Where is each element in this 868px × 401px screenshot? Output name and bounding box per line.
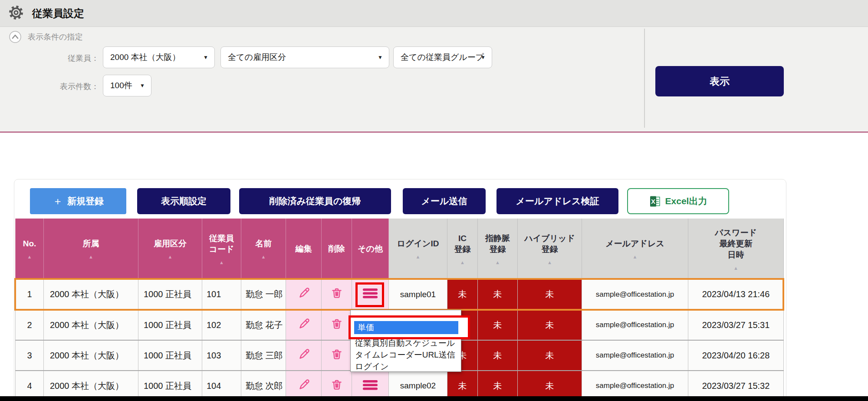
employee-group-select[interactable]: 全ての従業員グループ ▼ <box>393 46 492 68</box>
gear-icon <box>9 5 23 22</box>
chevron-down-icon: ▼ <box>203 54 208 60</box>
column-header[interactable]: ハイブリッド 登録▲ <box>518 219 582 279</box>
hamburger-menu-icon[interactable] <box>362 286 378 302</box>
screenshot-bottom-edge <box>0 396 868 401</box>
employment-type-select[interactable]: 全ての雇用区分 ▼ <box>220 46 389 68</box>
cell-hybrid: 未 <box>518 310 582 340</box>
chevron-down-icon: ▼ <box>140 83 145 89</box>
cell-dept: 2000 本社（大阪） <box>44 310 138 340</box>
column-header[interactable]: 指静脈 登録▲ <box>478 219 518 279</box>
delete-cell <box>322 279 352 310</box>
edit-cell <box>286 340 322 371</box>
menu-item-unit-price[interactable]: 単価 <box>354 321 458 334</box>
show-button[interactable]: 表示 <box>655 66 784 96</box>
excel-export-button[interactable]: X Excel出力 <box>627 188 729 214</box>
column-header[interactable]: ログインID▲ <box>389 219 447 279</box>
selected-item-annotation-box: 単価 <box>349 315 470 339</box>
sort-arrow-icon: ▲ <box>241 255 286 259</box>
cell-email: sample@officestation.jp <box>582 279 688 310</box>
edit-pencil-icon[interactable] <box>297 286 311 302</box>
cell-ic: 未 <box>447 279 478 310</box>
display-count-label: 表示件数： <box>24 81 99 92</box>
svg-text:X: X <box>651 198 655 205</box>
edit-pencil-icon[interactable] <box>297 348 311 364</box>
cell-no: 1 <box>16 279 44 310</box>
column-header[interactable]: No.▲ <box>16 219 44 279</box>
column-header[interactable]: IC 登録▲ <box>447 219 478 279</box>
trash-icon[interactable] <box>330 348 344 364</box>
menu-item-timerecorder-url[interactable]: タイムレコーダーURL送信 <box>351 349 461 361</box>
cell-name: 勤怠 一郎 <box>241 279 286 310</box>
column-header: 編集 <box>286 219 322 279</box>
filter-divider <box>644 29 645 128</box>
other-menu-cell <box>352 279 389 310</box>
cell-code: 102 <box>202 310 241 340</box>
collapse-chevron-icon[interactable] <box>9 30 22 45</box>
trash-icon[interactable] <box>330 286 344 302</box>
restore-deleted-button[interactable]: 削除済み従業員の復帰 <box>239 188 391 214</box>
filter-section-title: 表示条件の指定 <box>28 32 82 42</box>
column-header: 削除 <box>322 219 352 279</box>
employee-filter-label: 従業員： <box>24 53 99 63</box>
chevron-down-icon: ▼ <box>480 54 486 60</box>
cell-password_updated: 2023/03/27 15:31 <box>688 310 784 340</box>
cell-dept: 2000 本社（大阪） <box>44 279 138 310</box>
display-order-button[interactable]: 表示順設定 <box>137 188 230 214</box>
excel-icon: X <box>649 196 661 207</box>
send-mail-button[interactable]: メール送信 <box>403 188 486 214</box>
cell-login: sample01 <box>389 279 447 310</box>
cell-dept: 2000 本社（大阪） <box>44 340 138 371</box>
delete-cell <box>322 310 352 340</box>
cell-employment: 1000 正社員 <box>138 310 202 340</box>
cell-hybrid: 未 <box>518 340 582 371</box>
edit-pencil-icon[interactable] <box>297 378 311 394</box>
cell-email: sample@officestation.jp <box>582 340 688 371</box>
sort-arrow-icon: ▲ <box>582 255 688 259</box>
new-register-button[interactable]: ＋ 新規登録 <box>30 188 126 214</box>
menu-item-login[interactable]: ログイン <box>351 361 461 372</box>
column-header[interactable]: メールアドレス▲ <box>582 219 688 279</box>
cell-employment: 1000 正社員 <box>138 279 202 310</box>
sort-arrow-icon: ▲ <box>518 260 582 265</box>
trash-icon[interactable] <box>330 317 344 333</box>
sort-arrow-icon: ▲ <box>138 255 202 259</box>
edit-cell <box>286 310 322 340</box>
page-header: 従業員設定 <box>0 0 868 27</box>
edit-cell <box>286 279 322 310</box>
cell-email: sample@officestation.jp <box>582 310 688 340</box>
cell-hybrid: 未 <box>518 279 582 310</box>
cell-employment: 1000 正社員 <box>138 340 202 371</box>
column-header[interactable]: パスワード 最終更新 日時▲ <box>688 219 784 279</box>
delete-cell <box>322 340 352 371</box>
display-count-select[interactable]: 100件 ▼ <box>103 75 151 96</box>
verify-email-button[interactable]: メールアドレス検証 <box>496 188 618 214</box>
employee-settings-page: { "header": { "title": "従業員設定" }, "filte… <box>0 0 868 401</box>
cell-code: 101 <box>202 279 241 310</box>
sort-arrow-icon: ▲ <box>478 260 517 265</box>
cell-vein: 未 <box>478 310 518 340</box>
cell-code: 103 <box>202 340 241 371</box>
hamburger-menu-icon[interactable] <box>362 378 378 394</box>
column-header[interactable]: 名前▲ <box>241 219 286 279</box>
trash-icon[interactable] <box>330 378 344 394</box>
sort-arrow-icon: ▲ <box>447 260 477 265</box>
edit-pencil-icon[interactable] <box>297 317 311 333</box>
employee-select[interactable]: 2000 本社（大阪） ▼ <box>103 46 215 68</box>
table-row: 12000 本社（大阪）1000 正社員101勤怠 一郎sample01未未未s… <box>16 279 784 310</box>
sort-arrow-icon: ▲ <box>688 266 783 271</box>
cell-vein: 未 <box>478 279 518 310</box>
chevron-down-icon: ▼ <box>378 54 383 60</box>
sort-arrow-icon: ▲ <box>16 255 43 259</box>
column-header[interactable]: 所属▲ <box>44 219 138 279</box>
sort-arrow-icon: ▲ <box>389 255 447 259</box>
cell-vein: 未 <box>478 340 518 371</box>
cell-no: 3 <box>16 340 44 371</box>
cell-name: 勤怠 花子 <box>241 310 286 340</box>
column-header[interactable]: 雇用区分▲ <box>138 219 202 279</box>
cell-password_updated: 2023/04/20 16:28 <box>688 340 784 371</box>
cell-name: 勤怠 三郎 <box>241 340 286 371</box>
cell-no: 2 <box>16 310 44 340</box>
column-header[interactable]: 従業員 コード▲ <box>202 219 241 279</box>
page-title: 従業員設定 <box>32 7 84 20</box>
plus-icon: ＋ <box>53 194 63 208</box>
